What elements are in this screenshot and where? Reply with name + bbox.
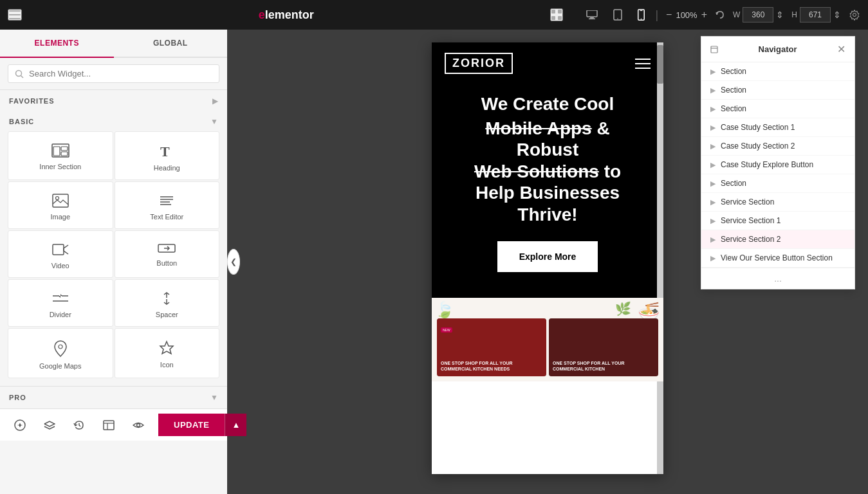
preview-hero: ZORIOR We Create Cool Mobile Apps & xyxy=(432,42,663,298)
basic-chevron-icon: ▼ xyxy=(210,117,218,126)
svg-rect-0 xyxy=(9,10,21,12)
panel-collapse-button[interactable]: ❮ xyxy=(227,249,240,275)
navigator-back-button[interactable] xyxy=(710,46,718,53)
button-icon xyxy=(158,242,176,254)
widget-google-maps[interactable]: Google Maps xyxy=(8,328,113,378)
zoom-in-button[interactable]: + xyxy=(701,9,707,21)
widget-divider[interactable]: Divider xyxy=(8,279,113,327)
layers-button[interactable] xyxy=(40,416,59,434)
tab-global[interactable]: GLOBAL xyxy=(114,30,228,57)
bottom-toolbar: UPDATE ▲ xyxy=(0,408,227,441)
svg-rect-8 xyxy=(590,17,594,19)
search-input[interactable] xyxy=(29,69,212,78)
navigator-close-button[interactable]: ✕ xyxy=(837,43,845,55)
widget-video[interactable]: Video xyxy=(8,230,113,278)
tab-elements[interactable]: ELEMENTS xyxy=(0,30,114,58)
nav-chevron-icon: ▶ xyxy=(710,254,716,262)
update-button[interactable]: UPDATE xyxy=(158,414,225,436)
widget-icon[interactable]: Icon xyxy=(115,328,220,378)
zoom-out-button[interactable]: − xyxy=(666,9,672,21)
nav-item-label: View Our Service Button Section xyxy=(721,253,833,262)
nav-item-service-section[interactable]: ▶ Service Section xyxy=(701,193,854,212)
widget-spacer[interactable]: Spacer xyxy=(115,279,220,327)
svg-point-14 xyxy=(641,19,642,20)
svg-point-17 xyxy=(16,70,22,76)
widget-image-label: Image xyxy=(50,213,70,221)
elementor-logo: elementor xyxy=(30,8,542,22)
widget-inner-section[interactable]: Inner Section xyxy=(8,131,113,180)
nav-item-case-study-2[interactable]: ▶ Case Study Section 2 xyxy=(701,137,854,156)
nav-item-label: Section xyxy=(721,179,746,188)
nav-item-label: Service Section 1 xyxy=(721,216,780,225)
width-stepper[interactable]: ⇕ xyxy=(776,10,784,20)
nav-chevron-icon: ▶ xyxy=(710,142,716,151)
settings-panel-button[interactable] xyxy=(10,416,30,435)
widget-heading[interactable]: T Heading xyxy=(115,131,220,180)
navigator-header: Navigator ✕ xyxy=(701,37,854,62)
preview-button[interactable] xyxy=(129,417,148,434)
heading-icon: T xyxy=(159,143,174,159)
templates-button[interactable] xyxy=(99,416,118,434)
svg-rect-24 xyxy=(53,194,68,207)
leaf-icon: 🍃 xyxy=(435,301,454,319)
nav-item-section-4[interactable]: ▶ Section xyxy=(701,174,854,193)
grid-icon-button[interactable] xyxy=(550,8,563,21)
card1-text: ONE STOP SHOP FOR ALL YOUR COMMERCIAL KI… xyxy=(441,360,542,372)
nav-item-section-3[interactable]: ▶ Section xyxy=(701,100,854,118)
nav-item-label: Case Study Section 2 xyxy=(721,142,795,151)
canvas-area: ❮ ZORIOR We Create Cool xyxy=(227,30,868,494)
history-button[interactable] xyxy=(69,416,89,435)
widget-text-editor[interactable]: Text Editor xyxy=(115,181,220,229)
basic-section-header[interactable]: BASIC ▼ xyxy=(0,111,227,131)
nav-item-section-2[interactable]: ▶ Section xyxy=(701,81,854,100)
width-input[interactable] xyxy=(743,7,773,23)
nav-item-label: Service Section xyxy=(721,197,774,206)
height-stepper[interactable]: ⇕ xyxy=(833,10,841,20)
preview-scrollbar[interactable] xyxy=(657,42,663,474)
search-icon xyxy=(15,69,24,78)
nav-chevron-icon: ▶ xyxy=(710,68,716,76)
svg-rect-3 xyxy=(551,10,555,14)
favorites-section-header[interactable]: FAVORITES ▶ xyxy=(0,90,227,111)
height-input[interactable] xyxy=(800,7,831,23)
zoom-value: 100% xyxy=(676,10,697,20)
separator: | xyxy=(655,8,658,22)
hero-line5: Help Businesses xyxy=(445,182,651,204)
right-controls: W ⇕ H ⇕ xyxy=(733,7,860,23)
nav-item-service-section-1[interactable]: ▶ Service Section 1 xyxy=(701,212,854,230)
card2-text: ONE STOP SHOP FOR ALL YOUR COMMERCIAL KI… xyxy=(553,360,654,372)
nav-item-label: Case Study Explore Button xyxy=(721,160,813,169)
settings-button[interactable] xyxy=(849,9,860,21)
nav-chevron-icon: ▶ xyxy=(710,86,716,95)
widget-button-label: Button xyxy=(156,259,177,267)
nav-item-section-1[interactable]: ▶ Section xyxy=(701,62,854,81)
nav-item-service-section-2[interactable]: ▶ Service Section 2 xyxy=(701,230,854,249)
pro-section-header[interactable]: PRO ▼ xyxy=(0,386,227,408)
preview-logo: ZORIOR xyxy=(445,53,513,74)
nav-item-label: Section xyxy=(721,104,746,113)
nav-item-case-study-1[interactable]: ▶ Case Study Section 1 xyxy=(701,118,854,137)
mobile-view-button[interactable] xyxy=(635,6,647,23)
widget-spacer-label: Spacer xyxy=(156,311,178,318)
widget-button[interactable]: Button xyxy=(115,230,220,278)
svg-rect-6 xyxy=(558,16,562,20)
spacer-icon xyxy=(158,291,175,306)
search-input-wrap xyxy=(8,64,219,83)
food-card-1: NEW ONE STOP SHOP FOR ALL YOUR COMMERCIA… xyxy=(437,318,546,376)
tablet-view-button[interactable] xyxy=(611,6,625,23)
navigator-title: Navigator xyxy=(718,44,837,54)
undo-button[interactable] xyxy=(715,10,725,20)
mobile-preview: ZORIOR We Create Cool Mobile Apps & xyxy=(432,42,663,474)
widget-image[interactable]: Image xyxy=(8,181,113,229)
nav-item-case-study-explore[interactable]: ▶ Case Study Explore Button xyxy=(701,156,854,174)
desktop-view-button[interactable] xyxy=(584,8,600,22)
svg-rect-20 xyxy=(53,147,60,156)
svg-rect-9 xyxy=(589,19,595,20)
hero-cta-button[interactable]: Explore More xyxy=(497,241,598,272)
nav-chevron-icon: ▶ xyxy=(710,105,716,113)
hero-line4: Web Solutions to xyxy=(445,161,651,183)
hero-line3: Robust xyxy=(445,139,651,161)
food-card-2: ONE STOP SHOP FOR ALL YOUR COMMERCIAL KI… xyxy=(549,318,658,376)
nav-item-view-service-btn[interactable]: ▶ View Our Service Button Section xyxy=(701,249,854,268)
hamburger-menu-button[interactable] xyxy=(8,9,22,21)
